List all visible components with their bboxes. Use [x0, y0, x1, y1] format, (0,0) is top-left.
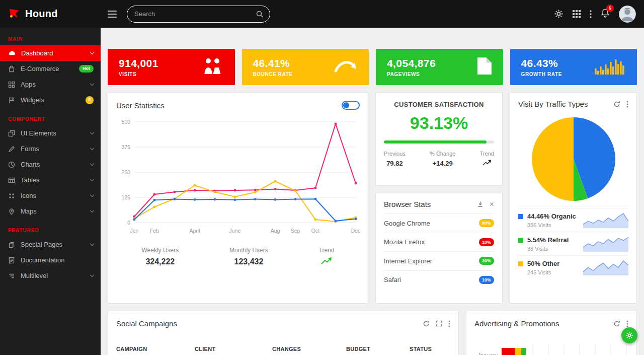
legend-label: 50% Other: [527, 260, 579, 267]
visits-label: VISITS: [119, 72, 158, 77]
advertising-card: Advertising & Promotions January: [466, 311, 637, 355]
sidebar-item-tables[interactable]: Tables: [0, 172, 101, 188]
sidebar-item-forms[interactable]: Forms: [0, 141, 101, 157]
close-icon[interactable]: ×: [490, 200, 494, 208]
svg-text:375: 375: [121, 144, 130, 150]
file-icon: [477, 57, 492, 77]
browser-row: Safari 10%: [384, 270, 494, 290]
notification-count-badge: 5: [606, 5, 614, 12]
flag-icon: [8, 97, 15, 104]
legend-row-organic: 44.46% Organic 356 Visits: [518, 208, 628, 232]
more-kebab-icon[interactable]: [590, 10, 592, 18]
sidebar-item-label: Icons: [21, 192, 85, 199]
more-kebab-icon[interactable]: [626, 101, 628, 108]
svg-text:Jan: Jan: [130, 228, 139, 234]
multilevel-list-icon: [8, 272, 15, 279]
advertising-category-label: January: [474, 352, 498, 355]
sidebar-item-apps[interactable]: Apps: [0, 77, 101, 92]
browser-name: Google Chrome: [384, 220, 430, 227]
chevron-down-icon: [90, 177, 94, 181]
column-header-changes: CHANGES: [272, 346, 346, 352]
chevron-down-icon: [90, 241, 94, 245]
customer-satisfaction-title: CUSTOMER SATISFACTION: [384, 101, 494, 108]
map-pin-icon: [8, 208, 15, 215]
legend-color-swatch: [518, 261, 523, 266]
browser-row: Mozila Firefox 10%: [384, 233, 494, 252]
customer-satisfaction-value: 93.13%: [384, 113, 494, 133]
apps-grid-icon[interactable]: [573, 10, 581, 18]
sidebar-item-label: E-Commerce: [21, 65, 73, 73]
apps-icon: [8, 81, 15, 88]
pie-chart-icon: [8, 161, 15, 168]
sidebar-item-ecommerce[interactable]: E-Commerce Hot: [0, 61, 101, 77]
refresh-icon[interactable]: [613, 320, 620, 327]
dashboard-cloud-icon: [8, 49, 16, 57]
chevron-down-icon: [90, 146, 94, 150]
sidebar-item-icons[interactable]: Icons: [0, 188, 101, 203]
svg-text:Oct: Oct: [311, 228, 319, 234]
chevron-down-icon: [90, 208, 94, 212]
widgets-count-badge: 8: [86, 96, 94, 104]
sidebar-item-label: Documentation: [21, 256, 94, 264]
growth-rate-label: GROWTH RATE: [521, 72, 562, 77]
svg-text:Aug: Aug: [271, 228, 280, 234]
search-input[interactable]: [133, 10, 256, 18]
sidebar-item-dashboard[interactable]: Dashboard: [0, 45, 101, 61]
people-icon: [201, 57, 224, 77]
menu-toggle-icon[interactable]: [108, 9, 117, 20]
dashboard-row-2: User Statistics 0125250375500JanFebApril…: [108, 92, 637, 304]
column-header-campaign: CAMPAIGN: [116, 346, 195, 352]
user-avatar[interactable]: [619, 6, 636, 23]
sidebar-item-special-pages[interactable]: Special Pages: [0, 237, 101, 252]
stat-card-bounce-rate: 46.41% BOUNCE RATE: [242, 49, 369, 85]
expand-icon[interactable]: [436, 320, 442, 327]
sidebar-item-documentation[interactable]: Documentation: [0, 252, 101, 268]
more-kebab-icon[interactable]: [448, 320, 450, 327]
monthly-users-label: Monthly Users: [229, 247, 268, 254]
chart-toggle-switch[interactable]: [342, 101, 360, 110]
monthly-users-value: 123,432: [229, 257, 268, 266]
bounce-arrow-icon: [334, 58, 358, 76]
refresh-icon[interactable]: [423, 320, 430, 327]
legend-label: 5.54% Refrral: [527, 236, 579, 244]
shopping-bag-icon: [8, 65, 15, 73]
layers-icon: [8, 130, 15, 137]
more-kebab-icon[interactable]: [626, 320, 628, 327]
notifications-bell-icon[interactable]: 5: [601, 8, 610, 20]
sidebar-item-ui-elements[interactable]: UI Elements: [0, 125, 101, 141]
middle-column: CUSTOMER SATISFACTION 93.13% Previous 79…: [375, 92, 503, 304]
social-campaigns-title: Social Campaigns: [116, 319, 177, 328]
sidebar-section-component: COMPONENT: [0, 108, 101, 125]
weekly-users-label: Weekly Users: [141, 247, 179, 254]
refresh-icon[interactable]: [613, 101, 620, 108]
svg-text:June: June: [229, 228, 241, 234]
sidebar-item-label: Charts: [21, 161, 85, 168]
sidebar-item-multilevel[interactable]: Multilevel: [0, 268, 101, 283]
sidebar-item-charts[interactable]: Charts: [0, 157, 101, 172]
sidebar-item-label: Tables: [21, 176, 85, 184]
bar-chart-icon: [594, 57, 626, 77]
search-icon[interactable]: [256, 10, 264, 18]
icons-dots-icon: [8, 192, 15, 199]
sidebar-item-label: Special Pages: [21, 241, 85, 248]
brand[interactable]: Hound: [0, 7, 101, 21]
change-value: +14.29: [430, 160, 455, 167]
pageviews-label: PAGEVIEWS: [387, 72, 436, 77]
trend-up-icon: [480, 160, 494, 168]
settings-fab-button[interactable]: [621, 327, 637, 343]
trend-label: Trend: [319, 247, 335, 254]
stat-cards-row: 914,001 VISITS 46.41% BOUNCE RATE 4,05: [108, 49, 637, 85]
sidebar-item-widgets[interactable]: Widgets 8: [0, 92, 101, 108]
topbar-actions: 5: [554, 6, 644, 23]
stat-card-visits: 914,001 VISITS: [108, 49, 235, 85]
browser-share-badge: 30%: [479, 257, 494, 265]
browser-stats-title: Browser Stats: [384, 200, 431, 208]
browser-share-badge: 10%: [479, 276, 494, 284]
download-icon[interactable]: [477, 201, 484, 207]
settings-gear-icon[interactable]: [554, 9, 564, 19]
stat-card-pageviews: 4,054,876 PAGEVIEWS: [376, 49, 503, 85]
sidebar-item-maps[interactable]: Maps: [0, 203, 101, 219]
legend-visits: 245 Visits: [527, 269, 579, 275]
traffic-types-title: Visit By Traffic Types: [518, 100, 588, 108]
pageviews-value: 4,054,876: [387, 57, 436, 69]
